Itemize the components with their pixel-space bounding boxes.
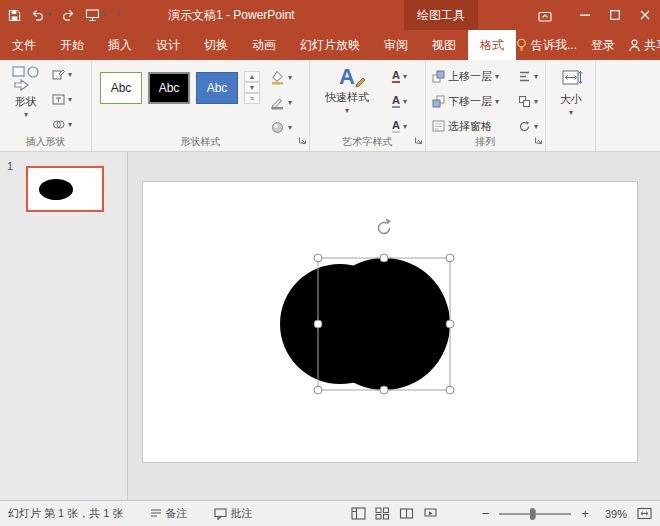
- bring-forward-label: 上移一层: [448, 69, 492, 84]
- gallery-down-icon[interactable]: ▼: [244, 82, 260, 93]
- reading-view-icon[interactable]: [399, 507, 414, 520]
- tab-format-active[interactable]: 格式: [468, 30, 516, 60]
- tab-file[interactable]: 文件: [0, 30, 48, 60]
- maximize-button[interactable]: [600, 0, 630, 30]
- gallery-more-icon[interactable]: ≡: [244, 93, 260, 104]
- shape-outline-button[interactable]: ▾: [270, 95, 292, 110]
- save-button[interactable]: [8, 9, 21, 22]
- shapes-gallery-button[interactable]: 形状 ▾: [6, 64, 46, 119]
- lightbulb-icon: [516, 38, 527, 52]
- selection-pane-button[interactable]: 选择窗格: [432, 119, 492, 134]
- zoom-slider-thumb[interactable]: [530, 508, 535, 520]
- share-button[interactable]: 共享: [629, 37, 660, 54]
- notes-icon: [150, 508, 162, 519]
- tab-view[interactable]: 视图: [420, 30, 468, 60]
- tell-me-box[interactable]: 告诉我...: [516, 37, 577, 54]
- send-backward-button[interactable]: 下移一层 ▾: [432, 94, 499, 109]
- group-objects-icon: [518, 95, 531, 108]
- slide-content: [143, 182, 637, 462]
- zoom-in-button[interactable]: +: [581, 507, 589, 520]
- shape-style-tile-3[interactable]: Abc: [196, 72, 238, 104]
- zoom-percentage[interactable]: 39%: [599, 508, 627, 520]
- slide-sorter-icon[interactable]: [375, 507, 390, 520]
- size-dropdown-icon: ▾: [569, 109, 573, 117]
- merge-shapes-button[interactable]: ▾: [52, 118, 72, 131]
- shape-style-tile-2-selected[interactable]: Abc: [148, 72, 190, 104]
- shape-effects-button[interactable]: ▾: [270, 120, 292, 135]
- shape-right-circle-selected[interactable]: [318, 258, 450, 390]
- size-icon: [559, 68, 583, 90]
- align-button[interactable]: ▾: [518, 70, 538, 83]
- slide[interactable]: [143, 182, 637, 462]
- size-button[interactable]: 大小 ▾: [553, 68, 589, 117]
- minimize-icon: [580, 10, 590, 20]
- group-objects-button[interactable]: ▾: [518, 95, 538, 108]
- group-arrange: 上移一层 ▾ 下移一层 ▾ 选择窗格 ▾ ▾ ▾: [426, 60, 546, 151]
- shapes-icon: [11, 64, 41, 92]
- quick-styles-button[interactable]: A 快速样式 ▾: [318, 66, 376, 115]
- workspace: 1: [0, 152, 660, 500]
- tab-transitions[interactable]: 切换: [192, 30, 240, 60]
- tab-animations[interactable]: 动画: [240, 30, 288, 60]
- bring-forward-button[interactable]: 上移一层 ▾: [432, 69, 499, 84]
- resize-handle-middle-left[interactable]: [314, 320, 322, 328]
- resize-handle-middle-right[interactable]: [446, 320, 454, 328]
- resize-handle-bottom-center[interactable]: [380, 386, 388, 394]
- group-label-arrange: 排列: [426, 135, 545, 149]
- undo-button[interactable]: ▾: [31, 9, 51, 22]
- maximize-icon: [610, 10, 620, 20]
- resize-handle-bottom-right[interactable]: [446, 386, 454, 394]
- gallery-up-icon[interactable]: ▲: [244, 71, 260, 82]
- fit-to-window-icon[interactable]: [637, 507, 652, 520]
- minimize-button[interactable]: [570, 0, 600, 30]
- comments-button[interactable]: 批注: [214, 506, 253, 521]
- normal-view-icon[interactable]: [351, 507, 366, 520]
- text-outline-button[interactable]: A ▾: [392, 95, 407, 108]
- size-button-label: 大小: [560, 92, 582, 107]
- tab-review[interactable]: 审阅: [372, 30, 420, 60]
- tab-home[interactable]: 开始: [48, 30, 96, 60]
- document-title: 演示文稿1 - PowerPoint: [168, 0, 295, 30]
- bring-forward-icon: [432, 70, 445, 83]
- slide-thumbnail-panel[interactable]: 1: [0, 152, 128, 500]
- ribbon-display-options-button[interactable]: [530, 0, 560, 30]
- text-box-button[interactable]: ▾: [52, 93, 72, 106]
- tab-design[interactable]: 设计: [144, 30, 192, 60]
- slide-number: 1: [7, 160, 13, 172]
- tab-insert[interactable]: 插入: [96, 30, 144, 60]
- start-slideshow-button[interactable]: ▾: [85, 8, 106, 22]
- send-backward-label: 下移一层: [448, 94, 492, 109]
- text-fill-button[interactable]: A ▾: [392, 70, 407, 83]
- shape-fill-button[interactable]: ▾: [270, 70, 292, 85]
- resize-handle-top-right[interactable]: [446, 254, 454, 262]
- edit-shape-icon: [52, 68, 65, 81]
- close-icon: [640, 10, 650, 20]
- edit-shape-button[interactable]: ▾: [52, 68, 72, 81]
- redo-button[interactable]: [61, 9, 75, 22]
- shape-style-tile-1[interactable]: Abc: [100, 72, 142, 104]
- sign-in-button[interactable]: 登录: [591, 37, 615, 54]
- resize-handle-top-left[interactable]: [314, 254, 322, 262]
- customize-qat-button[interactable]: ▾: [116, 11, 120, 19]
- slideshow-dropdown-icon[interactable]: ▾: [102, 11, 106, 19]
- slideshow-view-icon[interactable]: [423, 507, 438, 520]
- tab-slideshow[interactable]: 幻灯片放映: [288, 30, 372, 60]
- zoom-slider[interactable]: [499, 513, 571, 515]
- rotate-objects-icon: [518, 120, 531, 133]
- resize-handle-top-center[interactable]: [380, 254, 388, 262]
- text-effects-button[interactable]: A ▾: [392, 120, 407, 133]
- close-button[interactable]: [630, 0, 660, 30]
- slide-thumbnail-selected[interactable]: [26, 166, 104, 212]
- wordart-a-icon: A: [339, 66, 355, 88]
- resize-handle-bottom-left[interactable]: [314, 386, 322, 394]
- text-fill-icon: A: [392, 70, 400, 83]
- undo-dropdown-icon[interactable]: ▾: [47, 11, 51, 19]
- person-icon: [629, 39, 640, 52]
- selection-pane-icon: [432, 120, 445, 133]
- zoom-out-button[interactable]: −: [482, 507, 490, 520]
- tell-me-label: 告诉我...: [531, 37, 577, 54]
- rotation-handle[interactable]: [379, 219, 391, 234]
- group-label-insert-shapes: 插入形状: [0, 135, 91, 149]
- editing-canvas[interactable]: [129, 152, 660, 500]
- notes-button[interactable]: 备注: [150, 506, 188, 521]
